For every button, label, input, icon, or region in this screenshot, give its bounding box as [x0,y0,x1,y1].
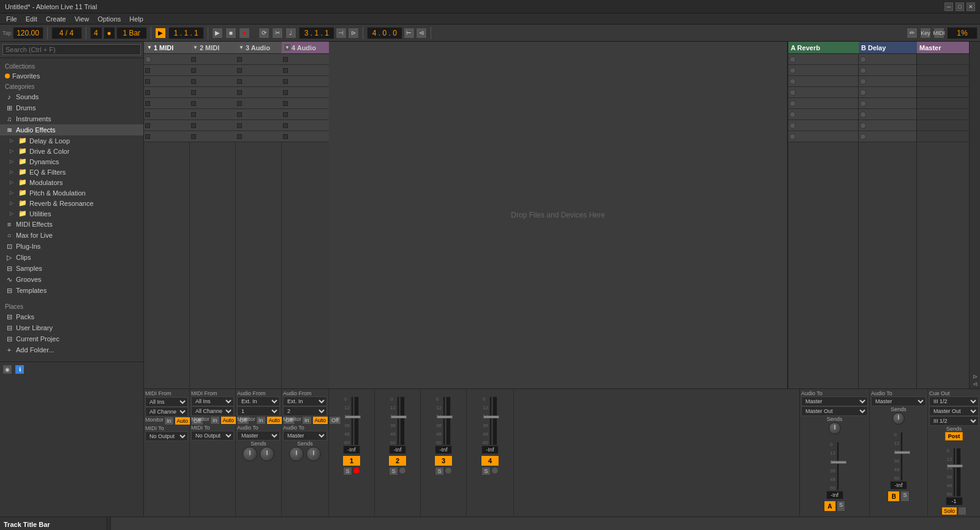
clip-3-4[interactable] [236,87,282,98]
clip-stop-3-6[interactable] [237,112,242,117]
clip-3-6[interactable] [236,109,282,120]
return-b-clip-3[interactable] [859,76,916,87]
audio-from-select-3[interactable]: Ext. In [237,396,280,406]
return-b-btn-2[interactable] [860,67,866,74]
mon-auto-4[interactable]: Auto [312,416,329,425]
punch-in-button[interactable]: ✂ [272,28,283,39]
clip-4-3[interactable] [282,76,329,87]
fader-level-rb[interactable]: -Inf [890,481,907,490]
fader-master-slider[interactable] [953,448,956,497]
clip-stop-2-7[interactable] [191,123,196,128]
fader-3-handle[interactable] [437,415,453,418]
send-a-knob-4[interactable] [289,447,304,461]
clip-4-8[interactable] [282,131,329,142]
fader-1-slider-track[interactable] [351,396,353,445]
master-clip-8[interactable] [917,131,969,142]
return-a-btn-2[interactable] [790,67,796,74]
return-a-clip-1[interactable] [788,54,858,65]
fader-level-ra[interactable]: -Inf [826,491,843,499]
return-b-clip-1[interactable] [859,54,916,65]
clip-stop-4-5[interactable] [283,101,288,106]
clip-stop-1-8[interactable] [145,134,150,139]
return-a-clip-2[interactable] [788,65,858,76]
sidebar-item-packs[interactable]: ⊟ Packs [0,311,143,322]
clip-3-7[interactable] [236,120,282,131]
midi-from-select-2[interactable]: All Ins [191,396,234,406]
clip-stop-1-5[interactable] [145,101,150,106]
loop-start-display[interactable]: 3 . 1 . 1 [299,27,334,39]
tree-item-reverb[interactable]: ▷ 📁 Reverb & Resonance [0,198,143,208]
return-a-btn-4[interactable] [790,89,796,96]
arm-2[interactable] [399,467,406,474]
mon-auto-3[interactable]: Auto [266,416,283,425]
clip-4-7[interactable] [282,120,329,131]
clip-3-3[interactable] [236,76,282,87]
menu-view[interactable]: View [71,15,93,23]
return-a-clip-4[interactable] [788,87,858,98]
return-a-clip-5[interactable] [788,98,858,109]
clip-2-8[interactable] [190,131,236,142]
record-quant[interactable]: ● [104,27,115,39]
master-out-select[interactable]: Master Out [929,406,979,416]
post-btn-1[interactable]: Post [945,432,963,441]
quantize-display[interactable]: 4 [90,27,102,39]
master-clip-7[interactable] [917,120,969,131]
play-button[interactable]: ▶ [212,28,223,39]
fold-btn-4[interactable]: ▼ [284,44,290,51]
loop-button[interactable]: ⟳ [258,28,270,39]
audio-from-ch-select-4[interactable]: 2 [283,406,327,416]
collapse-icon[interactable]: ⊲ [973,380,978,387]
clip-stop-3-5[interactable] [237,101,242,106]
tree-item-delay-loop[interactable]: ▷ 📁 Delay & Loop [0,135,143,146]
clip-4-1[interactable] [282,54,329,65]
solo-master[interactable]: Solo [941,507,957,515]
return-a-clip-8[interactable] [788,131,858,142]
tree-item-eq-filters[interactable]: ▷ 📁 EQ & Filters [0,167,143,177]
clip-3-8[interactable] [236,131,282,142]
solo-2[interactable]: S [389,467,398,475]
sidebar-item-audio-effects[interactable]: ≋ Audio Effects [0,124,143,135]
clip-stop-3-7[interactable] [237,123,242,128]
solo-rb[interactable]: S [900,491,909,502]
send-knob-ra-a[interactable] [829,422,841,434]
return-b-clip-4[interactable] [859,87,916,98]
track-num-2[interactable]: 2 [388,455,407,466]
mon-in-3[interactable]: In [256,416,266,425]
clip-stop-3-4[interactable] [237,90,242,95]
master-clip-4[interactable] [917,87,969,98]
return-b-btn-3[interactable] [860,78,866,85]
audio-from-select-4[interactable]: Ext. In [283,396,327,406]
fold-btn-2[interactable]: ▼ [192,44,198,51]
solo-1[interactable]: S [343,467,352,475]
mon-auto-2[interactable]: Auto [221,416,237,425]
return-b-btn-7[interactable] [860,123,866,129]
midi-to-select-1[interactable]: No Output [145,431,188,441]
sidebar-item-favorites[interactable]: Favorites [0,71,143,81]
sidebar-item-drums[interactable]: ⊞ Drums [0,102,143,113]
return-b-btn-8[interactable] [860,134,866,140]
master-out-ch-select[interactable]: III 1/2 [929,416,979,426]
clip-2-1[interactable] [190,54,236,65]
menu-create[interactable]: Create [42,15,70,23]
clip-2-6[interactable] [190,109,236,120]
clip-1-7[interactable] [144,120,190,131]
sidebar-item-midi-effects[interactable]: ≡ MIDI Effects [0,219,143,230]
fader-level-2[interactable]: -Inf [389,445,406,454]
sidebar-bottom-icon-right[interactable]: ℹ [15,365,24,374]
send-a-knob-3[interactable] [243,447,257,461]
audio-from-ch-select-3[interactable]: 1 [237,406,280,416]
sidebar-item-grooves[interactable]: ∿ Grooves [0,274,143,285]
return-a-header[interactable]: A Reverb [788,42,859,54]
sidebar-item-user-library[interactable]: ⊟ User Library [0,322,143,333]
clip-1-2[interactable] [144,65,190,76]
clip-1-5[interactable] [144,98,190,109]
fader-master-handle[interactable] [947,464,963,468]
solo-3[interactable]: S [435,467,443,475]
sidebar-bottom-icon-left[interactable]: ◉ [2,365,12,374]
sidebar-item-instruments[interactable]: ♫ Instruments [0,113,143,124]
return-b-btn-1[interactable] [860,56,866,62]
draw-mode-btn[interactable]: ✏ [907,28,918,39]
clip-stop-3-8[interactable] [237,134,242,139]
fader-ra-track[interactable] [837,442,839,491]
master-clip-1[interactable] [917,54,969,65]
